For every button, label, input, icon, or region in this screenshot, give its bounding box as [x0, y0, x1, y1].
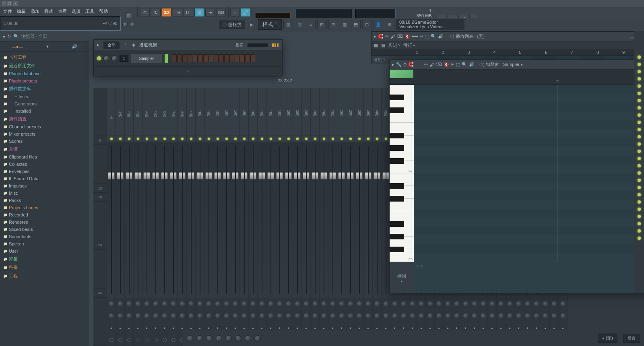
- mixer-track[interactable]: 插入 21▲: [293, 88, 302, 346]
- mixer-fader[interactable]: [178, 142, 186, 298]
- route-arrow-icon[interactable]: ▲: [252, 326, 255, 330]
- control-label[interactable]: 控制▸: [390, 262, 414, 293]
- mixer-sep-knob[interactable]: [375, 313, 380, 318]
- send-knob[interactable]: [216, 335, 222, 342]
- menu-options[interactable]: 选项: [69, 8, 83, 15]
- mixer-track[interactable]: 插入 14▲: [231, 88, 240, 346]
- mixer-mute-led[interactable]: [266, 136, 275, 142]
- route-arrow-icon[interactable]: ▲: [349, 326, 352, 330]
- mixer-track-name[interactable]: 插入 10: [196, 88, 204, 136]
- browser-item[interactable]: Impulses: [0, 182, 89, 189]
- pl-tool-paint-icon[interactable]: 🖌: [390, 34, 395, 39]
- browser-item[interactable]: Envelopes: [0, 168, 89, 175]
- route-arrow-icon[interactable]: ▲: [119, 326, 122, 330]
- black-key[interactable]: [390, 221, 404, 227]
- send-enable-led[interactable]: [638, 215, 641, 218]
- route-target-icon[interactable]: [109, 338, 114, 342]
- browser-item[interactable]: Misc: [0, 189, 89, 197]
- plugin-picker-icon[interactable]: 👤: [374, 20, 383, 29]
- mixer-pan-knob[interactable]: [180, 301, 185, 306]
- browser-audio-icon[interactable]: 🔊: [72, 44, 77, 49]
- mixer-pan-knob[interactable]: [118, 301, 123, 306]
- channel-number[interactable]: 1: [120, 55, 128, 62]
- route-target-icon[interactable]: [127, 338, 131, 342]
- channel-rack-window[interactable]: ▸ 全部 ⋮ ◈ 通道机架 摇摆 ▮▮▮ 1 Sampler +: [93, 39, 283, 76]
- send-enable-led[interactable]: [638, 150, 641, 153]
- mixer-fader[interactable]: [249, 142, 257, 298]
- chrack-view-icon[interactable]: ▮▮▮: [272, 42, 279, 47]
- browser-item[interactable]: Soundfonts: [0, 233, 89, 240]
- mixer-track[interactable]: 插入 3▲: [134, 88, 142, 346]
- pr-tool-draw-icon[interactable]: ✏: [424, 62, 428, 67]
- mixer-sep-knob[interactable]: [508, 313, 512, 318]
- mixer-pan-knob[interactable]: [472, 301, 477, 306]
- mixer-pan-knob[interactable]: [375, 301, 380, 306]
- route-arrow-icon[interactable]: ▲: [243, 326, 246, 330]
- close-all-icon[interactable]: ⊡: [362, 20, 372, 29]
- mixer-track[interactable]: 插入 9▲: [187, 88, 196, 346]
- send-knob[interactable]: [206, 335, 213, 342]
- mixer-pan-knob[interactable]: [233, 301, 238, 306]
- black-key[interactable]: [390, 247, 404, 252]
- mixer-sep-knob[interactable]: [348, 313, 353, 318]
- mixer-sep-knob[interactable]: [198, 313, 202, 318]
- mixer-pan-knob[interactable]: [366, 301, 371, 306]
- piano-keys[interactable]: C7C6: [390, 85, 414, 262]
- browser-item[interactable]: User: [0, 247, 89, 255]
- route-arrow-icon[interactable]: ▲: [190, 326, 193, 330]
- send-enable-led[interactable]: [638, 63, 641, 66]
- mixer-fader[interactable]: [187, 142, 195, 298]
- browser-collapse-icon[interactable]: —●—: [12, 44, 23, 49]
- mixer-sep-knob[interactable]: [534, 313, 539, 318]
- mixer-track-name[interactable]: 插入 21: [293, 88, 301, 136]
- black-key[interactable]: [390, 107, 404, 113]
- mixer-track-name[interactable]: 插入 26: [337, 88, 346, 136]
- mixer-track-name[interactable]: 插入 22: [302, 88, 310, 136]
- view-channelrack-icon[interactable]: ≡: [306, 20, 316, 29]
- send-enable-led[interactable]: [638, 193, 641, 196]
- mixer-sep-knob[interactable]: [366, 313, 371, 318]
- mixer-track-name[interactable]: 插入 14: [231, 88, 239, 136]
- mixer-fader[interactable]: [337, 142, 346, 298]
- step-cell[interactable]: [208, 54, 213, 62]
- mixer-sep-knob[interactable]: [339, 313, 344, 318]
- mixer-pan-knob[interactable]: [410, 301, 415, 306]
- step-cell[interactable]: [172, 54, 177, 62]
- mixer-track[interactable]: 插入 13▲: [222, 88, 231, 346]
- route-arrow-icon[interactable]: ▲: [376, 326, 379, 330]
- mixer-fader[interactable]: [107, 142, 116, 298]
- step-cell[interactable]: [214, 54, 219, 62]
- step-cell[interactable]: [250, 54, 255, 62]
- mixer-fader[interactable]: [258, 142, 266, 298]
- settings-icon[interactable]: ⚙: [385, 20, 394, 29]
- route-arrow-icon[interactable]: ▲: [287, 326, 290, 330]
- mixer-mute-led[interactable]: [125, 136, 133, 142]
- loop-rec-button[interactable]: ⊔·: [184, 8, 193, 17]
- browser-item[interactable]: Scores: [0, 138, 89, 145]
- mixer-track[interactable]: 插入 2▲: [125, 88, 134, 346]
- route-arrow-icon[interactable]: ▲: [384, 326, 388, 330]
- mixer-fader[interactable]: [320, 142, 328, 298]
- browser-back-icon[interactable]: ◂: [2, 34, 5, 39]
- mixer-fader[interactable]: [204, 142, 213, 298]
- playlist-header[interactable]: ▸ 🧲 ✏ 🖌 ⌫ 🔇 ⟷ ✂ ⬚ 🔍 🔊 ◁) 播放列表 - (无) — □ …: [372, 32, 644, 41]
- mixer-track[interactable]: 插入 30▲: [373, 88, 382, 346]
- mixer-pan-knob[interactable]: [215, 301, 220, 306]
- mixer-fader[interactable]: [222, 142, 231, 298]
- mixer-fader[interactable]: [142, 142, 151, 298]
- pl-tab1-icon[interactable]: ▦: [374, 43, 378, 48]
- mixer-fader[interactable]: [125, 142, 133, 298]
- send-knob[interactable]: [225, 335, 232, 342]
- step-cell[interactable]: [229, 54, 234, 62]
- black-key[interactable]: [390, 133, 404, 138]
- mixer-sep-knob[interactable]: [206, 313, 211, 318]
- mixer-track[interactable]: 插入 24▲: [320, 88, 328, 346]
- mixer-pan-knob[interactable]: [552, 301, 557, 306]
- piano-roll-overview[interactable]: [414, 70, 644, 78]
- route-arrow-icon[interactable]: ▲: [367, 326, 370, 330]
- mixer-mute-led[interactable]: [346, 136, 355, 142]
- send-knob[interactable]: [235, 335, 242, 342]
- step-cell[interactable]: [245, 54, 250, 62]
- mixer-sep-knob[interactable]: [268, 313, 273, 318]
- pr-tool-mute-icon[interactable]: 🔇: [444, 62, 449, 67]
